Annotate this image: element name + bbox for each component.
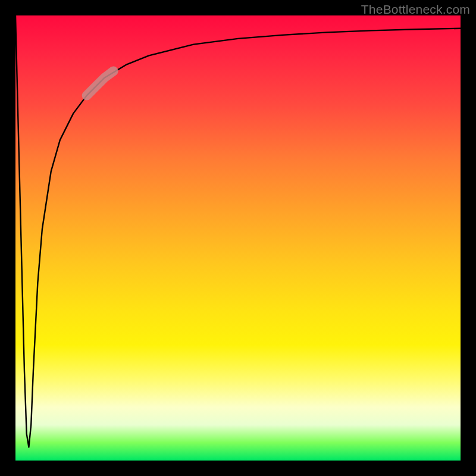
highlight-segment — [87, 71, 114, 96]
watermark-label: TheBottleneck.com — [361, 2, 470, 17]
bottleneck-curve — [15, 15, 461, 461]
curve-path — [15, 15, 461, 447]
chart-plot-area — [15, 15, 461, 461]
chart-container: TheBottleneck.com — [0, 0, 476, 476]
